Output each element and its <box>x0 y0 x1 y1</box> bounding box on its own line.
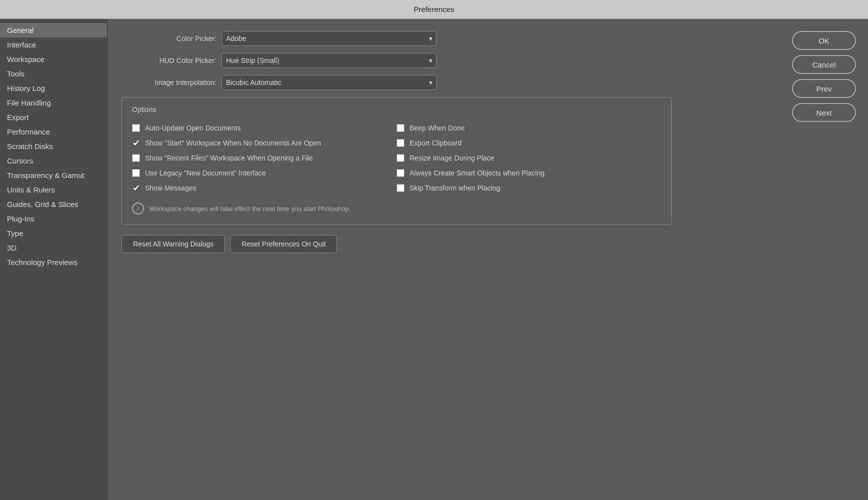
sidebar-item-workspace[interactable]: Workspace <box>0 52 107 66</box>
reset-preferences-button[interactable]: Reset Preferences On Quit <box>230 235 337 253</box>
next-button[interactable]: Next <box>792 103 856 122</box>
content-area: OK Cancel Prev Next Color Picker: Adobe … <box>108 19 868 500</box>
show-messages-checkbox[interactable] <box>132 184 140 192</box>
sidebar-item-general[interactable]: General <box>0 23 107 38</box>
right-buttons: OK Cancel Prev Next <box>792 31 856 122</box>
sidebar-item-plug-ins[interactable]: Plug-Ins <box>0 212 107 226</box>
checkbox-beep: Beep When Done <box>396 120 661 136</box>
checkbox-always-smart: Always Create Smart Objects when Placing <box>396 166 661 180</box>
options-box: Options Auto-Update Open Documents Beep … <box>122 97 672 225</box>
sidebar: GeneralInterfaceWorkspaceToolsHistory Lo… <box>0 19 108 500</box>
hud-color-picker-wrapper: Hue Strip (Small) Hue Strip (Medium) Hue… <box>222 53 436 68</box>
sidebar-item-units-rulers[interactable]: Units & Rulers <box>0 182 107 197</box>
options-grid: Auto-Update Open Documents Beep When Don… <box>132 120 661 214</box>
cancel-button[interactable]: Cancel <box>792 55 856 74</box>
options-title: Options <box>132 106 661 114</box>
resize-image-checkbox[interactable] <box>396 154 404 162</box>
resize-image-label: Resize Image During Place <box>410 154 494 162</box>
beep-when-done-checkbox[interactable] <box>396 124 404 132</box>
hud-color-picker-select[interactable]: Hue Strip (Small) Hue Strip (Medium) Hue… <box>222 53 436 68</box>
checkbox-use-legacy: Use Legacy "New Document" Interface <box>132 166 396 180</box>
use-legacy-checkbox[interactable] <box>132 169 140 177</box>
export-clipboard-checkbox[interactable] <box>396 139 404 147</box>
info-icon: i <box>132 202 144 214</box>
sidebar-item-tools[interactable]: Tools <box>0 66 107 81</box>
sidebar-item-scratch-disks[interactable]: Scratch Disks <box>0 139 107 154</box>
hud-color-picker-row: HUD Color Picker: Hue Strip (Small) Hue … <box>122 53 854 68</box>
main-content: GeneralInterfaceWorkspaceToolsHistory Lo… <box>0 19 868 500</box>
title-bar: Preferences <box>0 0 868 19</box>
image-interpolation-wrapper: Bicubic Automatic Nearest Neighbor Bilin… <box>222 75 436 90</box>
color-picker-wrapper: Adobe Windows <box>222 31 436 46</box>
sidebar-item-guides-grid-slices[interactable]: Guides, Grid & Slices <box>0 197 107 212</box>
sidebar-item-interface[interactable]: Interface <box>0 38 107 52</box>
checkbox-recent-files: Show "Recent Files" Workspace When Openi… <box>132 150 396 166</box>
checkbox-auto-update: Auto-Update Open Documents <box>132 120 396 136</box>
sidebar-item-history-log[interactable]: History Log <box>0 81 107 96</box>
checkbox-skip-transform: Skip Transform when Placing <box>396 180 661 196</box>
sidebar-item-transparency-gamut[interactable]: Transparency & Gamut <box>0 168 107 182</box>
skip-transform-checkbox[interactable] <box>396 184 404 192</box>
info-row: i Workspace changes will take effect the… <box>132 200 661 214</box>
sidebar-item-performance[interactable]: Performance <box>0 124 107 139</box>
sidebar-item-export[interactable]: Export <box>0 110 107 124</box>
reset-warning-button[interactable]: Reset All Warning Dialogs <box>122 235 225 253</box>
info-text: Workspace changes will take effect the n… <box>149 205 350 212</box>
ok-button[interactable]: OK <box>792 31 856 50</box>
sidebar-item-cursors[interactable]: Cursors <box>0 154 107 168</box>
image-interpolation-label: Image Interpolation: <box>122 78 216 86</box>
always-smart-objects-checkbox[interactable] <box>396 169 404 177</box>
image-interpolation-row: Image Interpolation: Bicubic Automatic N… <box>122 75 854 90</box>
use-legacy-label: Use Legacy "New Document" Interface <box>145 169 266 177</box>
color-picker-select[interactable]: Adobe Windows <box>222 31 436 46</box>
checkbox-show-start: Show "Start" Workspace When No Documents… <box>132 136 396 150</box>
bottom-buttons: Reset All Warning Dialogs Reset Preferen… <box>122 235 854 253</box>
image-interpolation-select[interactable]: Bicubic Automatic Nearest Neighbor Bilin… <box>222 75 436 90</box>
sidebar-item-file-handling[interactable]: File Handling <box>0 96 107 110</box>
export-clipboard-label: Export Clipboard <box>410 139 462 147</box>
window-title: Preferences <box>414 5 454 14</box>
hud-color-picker-label: HUD Color Picker: <box>122 56 216 64</box>
show-start-label: Show "Start" Workspace When No Documents… <box>145 139 321 147</box>
show-messages-label: Show Messages <box>145 184 196 192</box>
sidebar-item-technology-previews[interactable]: Technology Previews <box>0 255 107 270</box>
sidebar-item-3d[interactable]: 3D <box>0 240 107 255</box>
checkbox-resize-image: Resize Image During Place <box>396 150 661 166</box>
auto-update-checkbox[interactable] <box>132 124 140 132</box>
sidebar-item-type[interactable]: Type <box>0 226 107 240</box>
beep-when-done-label: Beep When Done <box>410 124 465 132</box>
prev-button[interactable]: Prev <box>792 79 856 98</box>
always-smart-label: Always Create Smart Objects when Placing <box>410 169 544 177</box>
color-picker-label: Color Picker: <box>122 34 216 42</box>
skip-transform-label: Skip Transform when Placing <box>410 184 500 192</box>
color-picker-row: Color Picker: Adobe Windows <box>122 31 854 46</box>
checkbox-show-messages: Show Messages <box>132 180 396 196</box>
checkbox-export-clipboard: Export Clipboard <box>396 136 661 150</box>
auto-update-label: Auto-Update Open Documents <box>145 124 240 132</box>
show-recent-files-checkbox[interactable] <box>132 154 140 162</box>
recent-files-label: Show "Recent Files" Workspace When Openi… <box>145 154 313 162</box>
show-start-workspace-checkbox[interactable] <box>132 139 140 147</box>
